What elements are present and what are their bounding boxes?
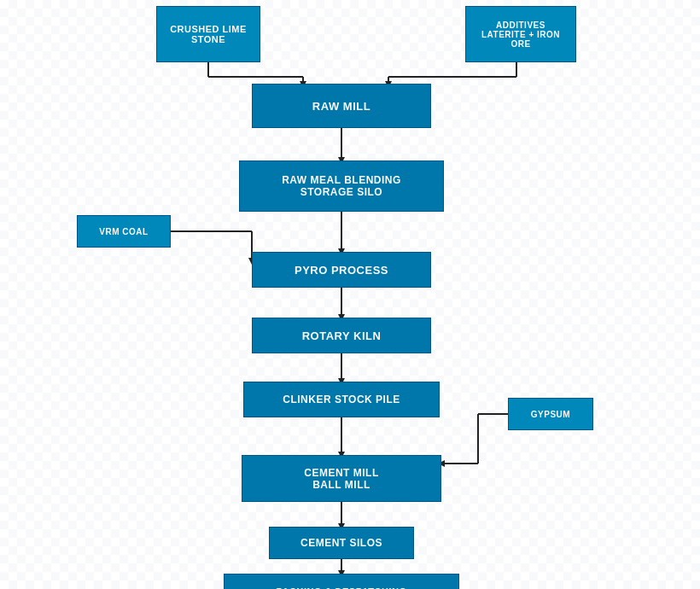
gypsum-box: GYPSUM [508, 398, 593, 430]
clinker-stock-pile-box: CLINKER STOCK PILE [243, 382, 440, 417]
diagram-container: CRUSHED LIMESTONE ADDITIVESLATERITE + IR… [0, 0, 700, 589]
crushed-lime-stone-label: CRUSHED LIMESTONE [170, 24, 247, 44]
cement-mill-label: CEMENT MILLBALL MILL [304, 467, 379, 491]
raw-meal-label: RAW MEAL BLENDINGSTORAGE SILO [282, 174, 401, 198]
crushed-lime-stone-box: CRUSHED LIMESTONE [156, 6, 260, 62]
rotary-kiln-box: ROTARY KILN [252, 318, 431, 353]
rotary-kiln-label: ROTARY KILN [302, 329, 382, 342]
pyro-process-label: PYRO PROCESS [295, 264, 388, 277]
gypsum-label: GYPSUM [531, 410, 570, 419]
vrm-coal-label: VRM COAL [99, 227, 148, 236]
pyro-process-box: PYRO PROCESS [252, 252, 431, 288]
additives-box: ADDITIVESLATERITE + IRONORE [465, 6, 576, 62]
raw-meal-box: RAW MEAL BLENDINGSTORAGE SILO [239, 160, 444, 212]
raw-mill-box: RAW MILL [252, 84, 431, 128]
clinker-stock-pile-label: CLINKER STOCK PILE [283, 394, 400, 405]
cement-silos-box: CEMENT SILOS [269, 527, 414, 559]
cement-mill-box: CEMENT MILLBALL MILL [242, 455, 441, 502]
packing-despatching-box: PACKING & DESPATCHING [224, 574, 459, 589]
additives-label: ADDITIVESLATERITE + IRONORE [481, 20, 560, 49]
vrm-coal-box: VRM COAL [77, 215, 171, 248]
cement-silos-label: CEMENT SILOS [300, 537, 382, 549]
raw-mill-label: RAW MILL [312, 100, 370, 113]
